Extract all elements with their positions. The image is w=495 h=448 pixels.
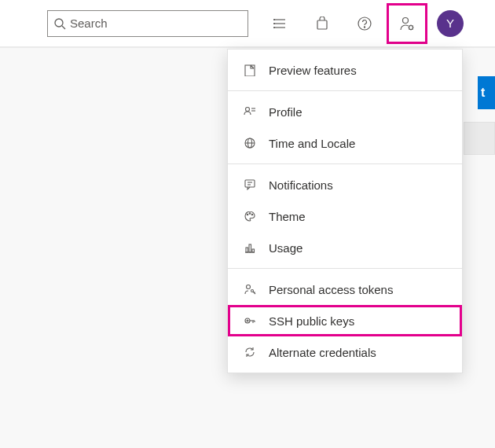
svg-point-6 [274, 23, 275, 24]
svg-point-24 [249, 213, 251, 215]
svg-point-5 [274, 19, 275, 20]
menu-label: Usage [269, 241, 302, 255]
globe-icon [242, 135, 258, 151]
marketplace-icon[interactable] [303, 5, 341, 42]
search-icon [54, 16, 70, 31]
menu-label: Notifications [269, 178, 333, 192]
menu-ssh-public-keys[interactable]: SSH public keys [228, 305, 462, 336]
menu-alternate-credentials[interactable]: Alternate credentials [228, 336, 462, 368]
svg-point-0 [55, 19, 63, 27]
svg-point-12 [409, 25, 413, 29]
svg-rect-28 [249, 244, 251, 252]
svg-point-7 [274, 27, 275, 28]
menu-theme[interactable]: Theme [228, 200, 462, 232]
svg-point-11 [403, 17, 409, 23]
menu-usage[interactable]: Usage [228, 232, 462, 263]
menu-profile[interactable]: Profile [228, 96, 462, 127]
menu-label: SSH public keys [269, 314, 354, 328]
svg-rect-20 [245, 180, 255, 187]
menu-divider [228, 163, 462, 164]
partial-primary-button[interactable]: t [478, 76, 495, 109]
user-settings-menu: Preview features Profile Time and Locale… [227, 49, 463, 373]
help-icon[interactable] [346, 5, 383, 42]
svg-point-10 [364, 26, 365, 27]
bar-chart-icon [242, 240, 258, 255]
svg-point-30 [247, 285, 251, 289]
sync-icon [242, 344, 258, 360]
svg-point-23 [247, 214, 248, 215]
svg-rect-8 [317, 20, 327, 29]
menu-label: Theme [269, 210, 306, 223]
menu-notifications[interactable]: Notifications [228, 169, 462, 200]
svg-point-32 [245, 318, 250, 323]
topbar: Y [0, 0, 495, 47]
svg-rect-29 [252, 249, 255, 252]
profile-icon [242, 104, 258, 119]
menu-personal-access-tokens[interactable]: Personal access tokens [228, 274, 462, 305]
menu-label: Alternate credentials [269, 346, 376, 359]
menu-preview-features[interactable]: Preview features [228, 54, 462, 86]
partial-panel [464, 122, 495, 155]
svg-rect-27 [246, 248, 248, 252]
svg-rect-13 [245, 65, 255, 76]
svg-line-1 [62, 26, 65, 29]
menu-label: Personal access tokens [269, 283, 393, 296]
work-items-icon[interactable] [261, 5, 299, 42]
key-icon [242, 313, 258, 329]
svg-point-14 [246, 108, 250, 112]
menu-label: Time and Locale [269, 137, 355, 150]
menu-divider [228, 268, 462, 269]
chat-icon [242, 177, 258, 193]
svg-point-33 [247, 320, 248, 321]
palette-icon [242, 208, 258, 224]
preview-features-icon [242, 62, 258, 78]
search-box[interactable] [47, 10, 248, 37]
user-settings-icon[interactable] [388, 5, 426, 42]
avatar[interactable]: Y [437, 10, 464, 37]
avatar-initial: Y [446, 17, 454, 30]
menu-label: Profile [269, 105, 302, 119]
menu-time-locale[interactable]: Time and Locale [228, 127, 462, 159]
search-input[interactable] [70, 17, 241, 30]
menu-divider [228, 90, 462, 91]
person-key-icon [242, 281, 258, 297]
svg-point-25 [251, 214, 253, 215]
menu-label: Preview features [269, 64, 357, 77]
